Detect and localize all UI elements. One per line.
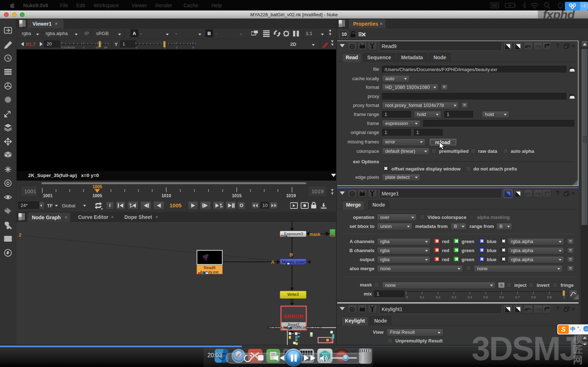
svg-text:0.2: 0.2 xyxy=(436,295,441,299)
svg-text:0.0156251: 0.0156251 xyxy=(61,46,75,49)
svg-text:1: 1 xyxy=(164,46,166,49)
svg-text:1: 1 xyxy=(83,46,85,49)
svg-text:1010: 1010 xyxy=(162,193,171,198)
svg-text:0.5: 0.5 xyxy=(484,295,488,299)
svg-text:0.3: 0.3 xyxy=(452,295,456,299)
svg-text:1015: 1015 xyxy=(232,193,242,198)
svg-text:0: 0 xyxy=(406,295,408,299)
svg-text:4: 4 xyxy=(192,46,194,49)
svg-text:0.4: 0.4 xyxy=(468,295,472,299)
svg-text:64: 64 xyxy=(104,46,107,49)
svg-text:D: D xyxy=(7,181,10,186)
svg-text:2: 2 xyxy=(176,46,178,49)
svg-text:10: 10 xyxy=(95,46,99,49)
svg-text:1005: 1005 xyxy=(93,185,102,189)
svg-text:0.9: 0.9 xyxy=(547,295,552,299)
svg-text:0.1: 0.1 xyxy=(420,295,425,299)
svg-text:0.7: 0.7 xyxy=(515,295,520,299)
svg-text:1005: 1005 xyxy=(93,193,102,198)
svg-text:0.6: 0.6 xyxy=(499,295,504,299)
svg-text:1001: 1001 xyxy=(43,193,53,198)
svg-text:1019: 1019 xyxy=(286,193,296,198)
svg-text:0.8: 0.8 xyxy=(531,295,536,299)
svg-text:0: 0 xyxy=(136,46,137,49)
